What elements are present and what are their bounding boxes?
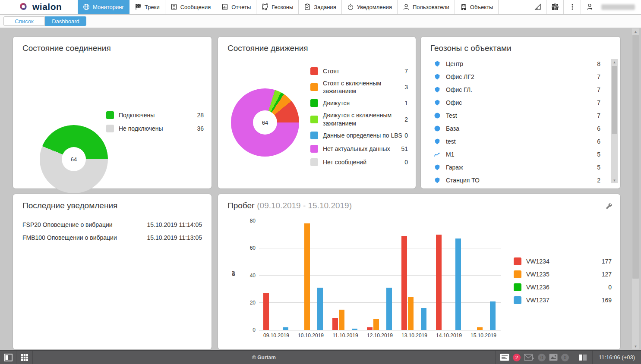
geofence-scrollbar[interactable]: ▲ ▼	[611, 59, 618, 183]
nav-item-messages[interactable]: Сообщения	[165, 0, 217, 14]
bar-VW1237-09.10.2019[interactable]	[283, 327, 288, 330]
bar-VW1237-11.10.2019[interactable]	[352, 329, 357, 330]
nav-item-label: Отчеты	[231, 4, 251, 10]
notification-list: FSP20 Оповещение о вибрации 15.10.2019 1…	[22, 218, 202, 244]
legend-row[interactable]: VW1234 177	[514, 257, 612, 266]
online-notifications-icon[interactable]	[500, 354, 509, 361]
more-menu-button[interactable]	[563, 0, 581, 14]
geofence-row[interactable]: База 6	[434, 122, 600, 135]
card-title: Последние уведомления	[22, 201, 117, 210]
log-panel-button[interactable]	[573, 351, 592, 364]
legend-swatch	[310, 67, 318, 75]
bar-VW1234-13.10.2019[interactable]	[401, 236, 407, 330]
geofence-row[interactable]: М1 5	[434, 148, 600, 161]
geofence-row[interactable]: test 6	[434, 135, 600, 148]
bar-VW1235-13.10.2019[interactable]	[408, 297, 414, 330]
bar-VW1234-11.10.2019[interactable]	[332, 318, 338, 330]
legend-label: Нет сообщений	[323, 158, 366, 166]
legend-row[interactable]: VW1236 0	[514, 282, 612, 292]
nav-item-label: Сообщения	[180, 4, 211, 10]
bar-VW1234-09.10.2019[interactable]	[263, 293, 269, 330]
bar-VW1237-10.10.2019[interactable]	[317, 288, 323, 330]
scroll-down-arrow[interactable]: ▼	[632, 343, 639, 349]
geofence-name: Станция ТО	[446, 177, 480, 184]
legend-row[interactable]: Нет сообщений 0	[310, 157, 408, 167]
wialon-logo[interactable]: wialon	[0, 0, 78, 14]
geofence-row[interactable]: Гараж 5	[434, 161, 600, 174]
apps-grid-button[interactable]	[546, 0, 563, 14]
bar-VW1237-14.10.2019[interactable]	[455, 238, 461, 330]
bar-VW1235-10.10.2019[interactable]	[304, 223, 310, 330]
nav-item-geofences[interactable]: Геозоны	[256, 0, 299, 14]
users-icon	[403, 3, 410, 10]
legend-value: 36	[197, 125, 204, 132]
notification-time: 15.10.2019 11:14:05	[147, 221, 202, 228]
bar-VW1237-13.10.2019[interactable]	[421, 308, 426, 330]
username-redacted[interactable]	[601, 4, 635, 10]
geofence-row[interactable]: Офис ГЛ. 7	[434, 83, 600, 96]
bar-VW1235-12.10.2019[interactable]	[373, 319, 379, 330]
geofence-row[interactable]: Центр 8	[434, 57, 600, 70]
bar-VW1235-11.10.2019[interactable]	[339, 310, 344, 330]
notification-text: FSP20 Оповещение о вибрации	[22, 221, 113, 228]
notification-row[interactable]: FSP20 Оповещение о вибрации 15.10.2019 1…	[22, 218, 202, 231]
nav-item-units[interactable]: Объекты	[455, 0, 499, 14]
bar-VW1237-12.10.2019[interactable]	[386, 288, 392, 330]
toggle-left-panel-button[interactable]	[0, 351, 16, 364]
legend-row[interactable]: Движутся с включенным зажиганием 2	[310, 111, 408, 127]
legend-row[interactable]: VW1235 127	[514, 270, 612, 279]
geofence-unit-count: 8	[597, 60, 600, 67]
media-icon[interactable]	[549, 354, 558, 361]
bottom-apps-grid-button[interactable]	[16, 351, 33, 364]
legend-row[interactable]: VW1237 169	[514, 295, 612, 305]
geofence-row[interactable]: Станция ТО 2	[434, 174, 600, 187]
scroll-up-arrow[interactable]: ▲	[611, 59, 618, 65]
bar-VW1234-14.10.2019[interactable]	[436, 235, 442, 330]
notification-row[interactable]: FMB100 Оповещении о вибрации 15.10.2019 …	[22, 231, 202, 244]
wrench-settings-icon[interactable]	[606, 203, 613, 210]
card-title: Состояние движения	[227, 44, 308, 53]
nav-item-users[interactable]: Пользователи	[398, 0, 455, 14]
messages-count-badge[interactable]: 0	[538, 354, 546, 361]
legend-row[interactable]: Не подключены 36	[106, 123, 204, 134]
nav-item-notifications[interactable]: Уведомления	[342, 0, 398, 14]
user-menu-button[interactable]	[581, 0, 598, 14]
page-scrollbar[interactable]: ▲ ▼	[632, 28, 639, 349]
legend-row[interactable]: Данные определены по LBS 0	[310, 130, 408, 141]
legend-row[interactable]: Стоят 7	[310, 66, 408, 76]
notifications-count-badge[interactable]: 2	[513, 354, 521, 361]
scrollbar-thumb[interactable]	[612, 66, 617, 134]
geofence-row[interactable]: Офис 7	[434, 96, 600, 109]
legend-label: VW1236	[526, 283, 549, 291]
bar-VW1234-12.10.2019[interactable]	[367, 327, 373, 330]
geofence-list: Центр 8 Офис ЛГ2 7 Офис ГЛ. 7 Офис 7 Tes…	[434, 57, 600, 187]
legend-label: Данные определены по LBS	[323, 132, 402, 139]
tools-button[interactable]	[529, 0, 546, 14]
statusbar-notifications-cluster: 2 0 0	[495, 351, 573, 364]
scroll-down-arrow[interactable]: ▼	[611, 177, 618, 183]
tab-list[interactable]: Список	[3, 16, 45, 26]
connection-donut-chart[interactable]: 64	[40, 125, 108, 193]
movement-donut-chart[interactable]: 64	[231, 88, 299, 157]
notifications-icon	[347, 3, 354, 10]
legend-row[interactable]: Движутся 1	[310, 98, 408, 108]
bar-VW1235-15.10.2019[interactable]	[477, 327, 483, 330]
geofence-name: База	[446, 125, 459, 132]
legend-row[interactable]: Подключены 28	[106, 110, 204, 120]
geofence-row[interactable]: Test 7	[434, 109, 600, 122]
nav-item-monitoring[interactable]: Мониторинг	[78, 0, 129, 14]
geofence-row[interactable]: Офис ЛГ2 7	[434, 70, 600, 83]
wialon-logo-icon	[18, 2, 28, 12]
tab-dashboard[interactable]: Dashboard	[45, 16, 86, 26]
nav-item-reports[interactable]: Отчеты	[216, 0, 256, 14]
nav-item-jobs[interactable]: Задания	[299, 0, 341, 14]
nav-item-tracks[interactable]: Треки	[129, 0, 165, 14]
bar-VW1237-15.10.2019[interactable]	[490, 301, 496, 330]
legend-row[interactable]: Стоят с включенным зажиганием 3	[310, 79, 408, 95]
media-count-badge[interactable]: 0	[561, 354, 569, 361]
scrollbar-thumb[interactable]	[632, 35, 639, 279]
messages-icon	[171, 3, 177, 10]
driver-messages-icon[interactable]	[524, 354, 534, 361]
legend-row[interactable]: Нет актуальных данных 51	[310, 144, 408, 154]
scroll-up-arrow[interactable]: ▲	[632, 28, 639, 35]
